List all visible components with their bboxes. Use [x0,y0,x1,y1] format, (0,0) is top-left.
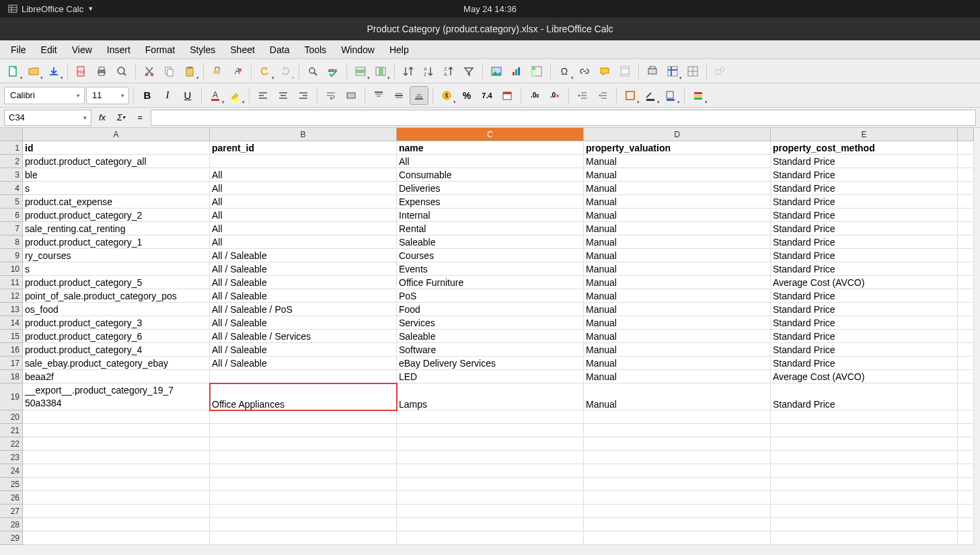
row-header-6[interactable]: 6 [0,209,23,222]
align-bottom-button[interactable] [410,86,428,105]
freeze-button[interactable] [663,62,682,81]
cell-26B[interactable] [210,491,397,505]
cell-8E[interactable]: Standard Price [771,235,958,249]
cell-29F[interactable] [958,531,974,545]
menu-window[interactable]: Window [334,42,381,58]
cell-15B[interactable]: All / Saleable / Services [210,330,397,343]
cell-27E[interactable] [771,505,958,518]
cell-12A[interactable]: point_of_sale.product_category_pos [23,289,210,303]
save-button[interactable] [44,62,63,81]
cell-5C[interactable]: Expenses [397,195,584,209]
cell-5A[interactable]: product.cat_expense [23,195,210,209]
row-header-21[interactable]: 21 [0,424,23,437]
highlight-button[interactable] [226,86,245,105]
cell-25F[interactable] [958,478,974,491]
row-header-23[interactable]: 23 [0,451,23,464]
sort-za-button[interactable]: ZA [439,62,458,81]
column-header-B[interactable]: B [210,128,397,141]
cell-8B[interactable]: All [210,235,397,249]
cell-13A[interactable]: os_food [23,303,210,316]
row-header-27[interactable]: 27 [0,505,23,518]
cell-24D[interactable] [584,464,771,478]
split-window-button[interactable] [683,62,702,81]
menu-format[interactable]: Format [139,42,182,58]
cell-4E[interactable]: Standard Price [771,182,958,195]
cell-11D[interactable]: Manual [584,276,771,289]
cell-23B[interactable] [210,451,397,464]
define-print-area-button[interactable] [643,62,662,81]
cell-18A[interactable]: beaa2f [23,370,210,383]
row-header-2[interactable]: 2 [0,155,23,168]
formula-button[interactable]: = [132,110,148,126]
clear-formatting-button[interactable]: A [228,62,247,81]
cell-29A[interactable] [23,531,210,545]
cell-4D[interactable]: Manual [584,182,771,195]
cell-17B[interactable]: All / Saleable [210,357,397,370]
menu-tools[interactable]: Tools [297,42,333,58]
cell-12F[interactable] [958,289,974,303]
cell-10F[interactable] [958,262,974,276]
cell-4C[interactable]: Deliveries [397,182,584,195]
cell-15D[interactable]: Manual [584,330,771,343]
cell-4F[interactable] [958,182,974,195]
cell-21B[interactable] [210,424,397,437]
row-header-7[interactable]: 7 [0,222,23,235]
percent-button[interactable]: % [457,86,476,105]
row-header-1[interactable]: 1 [0,141,23,155]
special-char-button[interactable]: Ω [555,62,574,81]
merge-cells-button[interactable] [342,86,361,105]
align-center-button[interactable] [274,86,293,105]
cell-27B[interactable] [210,505,397,518]
cell-24F[interactable] [958,464,974,478]
cell-27C[interactable] [397,505,584,518]
cell-27A[interactable] [23,505,210,518]
cell-7F[interactable] [958,222,974,235]
cell-3A[interactable]: ble [23,168,210,182]
cell-15C[interactable]: Saleable [397,330,584,343]
cell-10E[interactable]: Standard Price [771,262,958,276]
row-header-29[interactable]: 29 [0,531,23,545]
cell-11B[interactable]: All / Saleable [210,276,397,289]
cell-26D[interactable] [584,491,771,505]
row-button[interactable] [351,62,370,81]
cell-20C[interactable] [397,410,584,424]
cell-17E[interactable]: Standard Price [771,357,958,370]
cell-12D[interactable]: Manual [584,289,771,303]
cell-6A[interactable]: product.product_category_2 [23,209,210,222]
cell-20D[interactable] [584,410,771,424]
cell-24A[interactable] [23,464,210,478]
cell-28E[interactable] [771,518,958,531]
export-pdf-button[interactable]: PDF [72,62,91,81]
cell-25A[interactable] [23,478,210,491]
cell-21C[interactable] [397,424,584,437]
row-header-20[interactable]: 20 [0,410,23,424]
insert-pivot-button[interactable] [527,62,546,81]
align-right-button[interactable] [294,86,313,105]
cell-7B[interactable]: All [210,222,397,235]
row-header-9[interactable]: 9 [0,249,23,262]
number-format-button[interactable]: 7.4 [478,86,496,105]
cell-24B[interactable] [210,464,397,478]
cell-11A[interactable]: product.product_category_5 [23,276,210,289]
cell-7C[interactable]: Rental [397,222,584,235]
cell-18B[interactable] [210,370,397,383]
row-header-3[interactable]: 3 [0,168,23,182]
align-top-button[interactable] [369,86,388,105]
cell-1D[interactable]: property_valuation [584,141,771,155]
cell-22B[interactable] [210,437,397,451]
cell-24E[interactable] [771,464,958,478]
cell-11F[interactable] [958,276,974,289]
cell-29B[interactable] [210,531,397,545]
add-decimal-button[interactable]: .00 [525,86,544,105]
cell-5D[interactable]: Manual [584,195,771,209]
cell-27F[interactable] [958,505,974,518]
column-header-D[interactable]: D [584,128,771,141]
insert-chart-button[interactable] [507,62,526,81]
cell-16B[interactable]: All / Saleable [210,343,397,357]
cell-8D[interactable]: Manual [584,235,771,249]
cell-12E[interactable]: Standard Price [771,289,958,303]
row-header-4[interactable]: 4 [0,182,23,195]
cell-28D[interactable] [584,518,771,531]
cell-2F[interactable] [958,155,974,168]
cell-10C[interactable]: Events [397,262,584,276]
